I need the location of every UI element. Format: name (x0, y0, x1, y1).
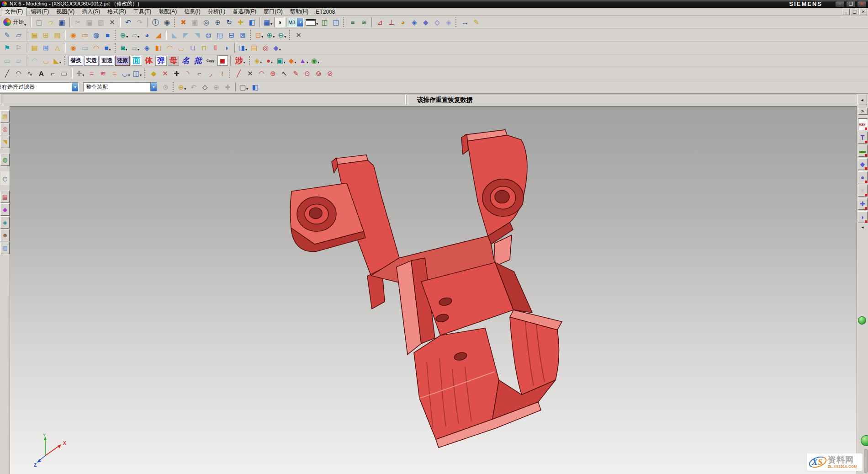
palette-green-block[interactable]: ▬ (858, 145, 868, 157)
dropdown-caret-icon[interactable]: ▾ (138, 35, 139, 40)
bend-up[interactable]: ◠ (164, 43, 175, 53)
fit-view[interactable]: ✖ (178, 17, 189, 27)
child-restore-button[interactable]: ❑ (851, 9, 858, 15)
restore-button[interactable]: 还原 (115, 56, 130, 66)
boolean-target[interactable]: ◙▾ (119, 43, 129, 53)
extrude[interactable]: ◉ (68, 30, 79, 40)
batch-button[interactable]: 批 (192, 56, 204, 66)
toolbar-grip[interactable] (343, 17, 344, 27)
toolbar-grip[interactable] (289, 30, 291, 40)
menu-item-2[interactable]: 编辑(E) (27, 7, 53, 16)
dropdown-caret-icon[interactable]: ▾ (284, 35, 286, 40)
dropdown-caret-icon[interactable]: ▾ (59, 60, 61, 65)
dropdown-caret-icon[interactable]: ▾ (279, 48, 281, 53)
minimize-button[interactable]: – (835, 1, 845, 7)
restore-button[interactable]: ❑ (846, 1, 856, 7)
dropdown-caret-icon[interactable]: ▾ (128, 73, 130, 78)
object-display-palette[interactable]: ◕ (397, 17, 408, 27)
green-indicator-icon[interactable] (858, 316, 866, 325)
search-binoculars[interactable]: ◉ (162, 17, 172, 27)
dropdown-caret-icon[interactable]: ▾ (284, 60, 286, 65)
wcs-orientation[interactable]: ⊥ (386, 17, 397, 27)
start-menu-button[interactable]: 开始▾ (1, 17, 28, 28)
datum-plane[interactable]: ▦ (29, 30, 40, 40)
dropdown-caret-icon[interactable]: ▾ (245, 48, 247, 53)
surface-tool-3[interactable]: ◎ (260, 43, 271, 53)
tab-gallery[interactable]: ▨ (0, 242, 10, 254)
menu-item-9[interactable]: 分析(L) (204, 7, 229, 16)
menu-item-11[interactable]: 窗口(O) (260, 7, 286, 16)
copy[interactable]: ▤ (84, 17, 95, 27)
toolbar-grip[interactable] (229, 69, 231, 78)
marquee-select[interactable]: ▢▾ (238, 82, 249, 92)
zoom-in-out[interactable]: ⊕ (212, 17, 223, 27)
sm-tab[interactable]: ▭ (2, 55, 12, 66)
zoom-circle[interactable]: ◎ (201, 17, 212, 27)
face-translucent-button[interactable]: 面透 (100, 56, 114, 66)
bend-arrow[interactable]: ◠ (91, 43, 101, 53)
draft[interactable]: ◥ (192, 30, 202, 40)
toolbar-grip[interactable] (115, 43, 116, 53)
layer-settings[interactable]: ≡ (347, 17, 358, 27)
linked-gears[interactable]: ⊛ (160, 82, 171, 92)
combo-dropdown-icon[interactable]: ▼ (72, 83, 78, 91)
tab-scene[interactable]: ◈ (0, 216, 10, 229)
paste[interactable]: ▥ (95, 17, 106, 27)
menu-item-7[interactable]: 装配(A) (155, 7, 180, 16)
dropdown-caret-icon[interactable]: ▾ (294, 60, 296, 65)
palette-cross-part[interactable]: ✚ (858, 198, 868, 210)
save-file[interactable]: ▣ (57, 17, 67, 27)
display-option-1[interactable]: ◇ (432, 17, 442, 27)
white-plane[interactable]: ▱▾ (130, 43, 141, 53)
menu-item-12[interactable]: 帮助(H) (286, 7, 312, 16)
combo-dropdown-icon[interactable]: ▼ (297, 18, 303, 27)
surface-tool-2[interactable]: ▤ (249, 43, 259, 53)
palette-scrollbar-thumb[interactable] (864, 449, 868, 473)
prompt-scroll-left-button[interactable]: ◄ (857, 95, 867, 105)
boolean-unite[interactable]: ⊕▾ (265, 30, 276, 40)
perspective-view[interactable]: ◧ (247, 17, 257, 27)
background-color-swatch[interactable]: ▾ (305, 17, 318, 27)
point-set[interactable]: ▨ (52, 30, 63, 40)
dropdown-caret-icon[interactable]: ▾ (243, 60, 245, 65)
chamfer[interactable]: ◤ (180, 30, 191, 40)
dropdown-caret-icon[interactable]: ▾ (307, 60, 308, 65)
tab-constraint-navigator[interactable]: ◎ (0, 123, 10, 135)
display-option-2[interactable]: ◈ (443, 17, 454, 27)
rendering-style[interactable]: ◑ (274, 17, 285, 27)
menu-item-5[interactable]: 格式(R) (104, 7, 130, 16)
dropdown-caret-icon[interactable]: ▾ (271, 60, 273, 65)
rotate-view[interactable]: ↻ (224, 17, 234, 27)
replace-button[interactable]: 替换 (69, 56, 83, 66)
interference-button[interactable]: 涉▾ (233, 56, 247, 66)
shaded-cube-select[interactable]: ◧ (250, 82, 260, 92)
dropdown-caret-icon[interactable]: ▾ (261, 35, 263, 40)
spline[interactable]: ∿ (25, 68, 35, 79)
palette-t-part[interactable]: T (858, 132, 868, 144)
intersect-curve[interactable]: ✕ (245, 68, 255, 79)
datum-axis[interactable]: ⊿ (375, 17, 385, 27)
offset-curve-2[interactable]: ≋ (98, 68, 108, 79)
view-orientation[interactable]: ▦▾ (263, 17, 273, 27)
show-hide-objects[interactable]: ◈ (409, 17, 419, 27)
fillet-curve[interactable]: ◝ (183, 68, 193, 79)
flat-plate[interactable]: ▭ (79, 43, 90, 53)
edit-object-display[interactable]: ◆ (420, 17, 431, 27)
circle-center[interactable]: ⊕ (268, 68, 278, 79)
palette-key[interactable]: KEY (858, 118, 868, 130)
child-minimize-button[interactable]: – (842, 9, 850, 15)
blue-cube[interactable]: ■▾ (102, 43, 113, 53)
palette-flange[interactable]: ● (858, 171, 868, 183)
dropdown-caret-icon[interactable]: ▾ (260, 60, 262, 65)
dropdown-caret-icon[interactable]: ▾ (140, 73, 142, 78)
tab-visualization[interactable]: ◆ (0, 203, 10, 216)
palette-angle-block[interactable]: ◆ (858, 158, 868, 170)
close-button[interactable]: ✕ (857, 1, 867, 7)
flange[interactable]: ◡ (41, 55, 51, 66)
line-2[interactable]: ╱ (233, 68, 244, 79)
block[interactable]: ■ (102, 30, 113, 40)
flag-gray[interactable]: ⚐ (13, 43, 24, 53)
dropdown-caret-icon[interactable]: ▾ (126, 35, 128, 40)
menu-item-1[interactable]: 文件(F) (1, 7, 27, 16)
revolve[interactable]: ▭ (79, 30, 90, 40)
